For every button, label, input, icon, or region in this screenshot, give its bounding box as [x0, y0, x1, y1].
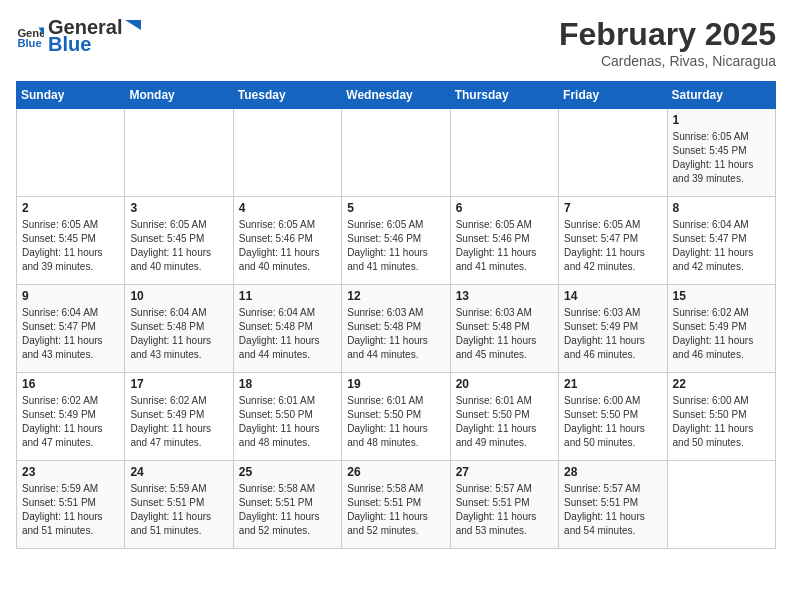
calendar-cell: 16Sunrise: 6:02 AM Sunset: 5:49 PM Dayli… — [17, 373, 125, 461]
day-info: Sunrise: 6:02 AM Sunset: 5:49 PM Dayligh… — [673, 306, 770, 362]
weekday-header-monday: Monday — [125, 82, 233, 109]
day-number: 19 — [347, 377, 444, 391]
day-info: Sunrise: 6:00 AM Sunset: 5:50 PM Dayligh… — [564, 394, 661, 450]
logo: General Blue General Blue — [16, 16, 141, 56]
calendar-week-row: 16Sunrise: 6:02 AM Sunset: 5:49 PM Dayli… — [17, 373, 776, 461]
day-info: Sunrise: 6:02 AM Sunset: 5:49 PM Dayligh… — [22, 394, 119, 450]
day-number: 12 — [347, 289, 444, 303]
calendar-week-row: 2Sunrise: 6:05 AM Sunset: 5:45 PM Daylig… — [17, 197, 776, 285]
logo-arrow-icon — [123, 16, 141, 34]
svg-text:Blue: Blue — [17, 37, 41, 49]
calendar-cell: 12Sunrise: 6:03 AM Sunset: 5:48 PM Dayli… — [342, 285, 450, 373]
calendar-cell — [559, 109, 667, 197]
logo-icon: General Blue — [16, 22, 44, 50]
weekday-header-tuesday: Tuesday — [233, 82, 341, 109]
day-info: Sunrise: 5:58 AM Sunset: 5:51 PM Dayligh… — [347, 482, 444, 538]
calendar-cell: 7Sunrise: 6:05 AM Sunset: 5:47 PM Daylig… — [559, 197, 667, 285]
calendar-cell: 9Sunrise: 6:04 AM Sunset: 5:47 PM Daylig… — [17, 285, 125, 373]
day-info: Sunrise: 6:04 AM Sunset: 5:48 PM Dayligh… — [130, 306, 227, 362]
day-number: 6 — [456, 201, 553, 215]
day-number: 27 — [456, 465, 553, 479]
calendar-cell: 22Sunrise: 6:00 AM Sunset: 5:50 PM Dayli… — [667, 373, 775, 461]
day-info: Sunrise: 6:04 AM Sunset: 5:47 PM Dayligh… — [22, 306, 119, 362]
calendar-cell: 28Sunrise: 5:57 AM Sunset: 5:51 PM Dayli… — [559, 461, 667, 549]
weekday-header-wednesday: Wednesday — [342, 82, 450, 109]
calendar-cell — [233, 109, 341, 197]
calendar-cell: 13Sunrise: 6:03 AM Sunset: 5:48 PM Dayli… — [450, 285, 558, 373]
calendar-cell: 18Sunrise: 6:01 AM Sunset: 5:50 PM Dayli… — [233, 373, 341, 461]
day-number: 10 — [130, 289, 227, 303]
calendar-cell: 27Sunrise: 5:57 AM Sunset: 5:51 PM Dayli… — [450, 461, 558, 549]
day-number: 24 — [130, 465, 227, 479]
day-info: Sunrise: 6:05 AM Sunset: 5:47 PM Dayligh… — [564, 218, 661, 274]
day-number: 28 — [564, 465, 661, 479]
day-number: 22 — [673, 377, 770, 391]
day-number: 17 — [130, 377, 227, 391]
calendar-cell — [667, 461, 775, 549]
day-info: Sunrise: 5:57 AM Sunset: 5:51 PM Dayligh… — [456, 482, 553, 538]
day-info: Sunrise: 6:05 AM Sunset: 5:46 PM Dayligh… — [347, 218, 444, 274]
calendar-cell — [450, 109, 558, 197]
day-info: Sunrise: 6:02 AM Sunset: 5:49 PM Dayligh… — [130, 394, 227, 450]
calendar-cell: 5Sunrise: 6:05 AM Sunset: 5:46 PM Daylig… — [342, 197, 450, 285]
day-number: 9 — [22, 289, 119, 303]
day-number: 1 — [673, 113, 770, 127]
day-number: 26 — [347, 465, 444, 479]
calendar-cell: 20Sunrise: 6:01 AM Sunset: 5:50 PM Dayli… — [450, 373, 558, 461]
day-number: 16 — [22, 377, 119, 391]
day-number: 25 — [239, 465, 336, 479]
day-number: 18 — [239, 377, 336, 391]
day-info: Sunrise: 6:05 AM Sunset: 5:45 PM Dayligh… — [673, 130, 770, 186]
calendar-cell: 2Sunrise: 6:05 AM Sunset: 5:45 PM Daylig… — [17, 197, 125, 285]
calendar-cell: 25Sunrise: 5:58 AM Sunset: 5:51 PM Dayli… — [233, 461, 341, 549]
calendar-cell: 4Sunrise: 6:05 AM Sunset: 5:46 PM Daylig… — [233, 197, 341, 285]
day-number: 5 — [347, 201, 444, 215]
day-number: 13 — [456, 289, 553, 303]
calendar-cell: 1Sunrise: 6:05 AM Sunset: 5:45 PM Daylig… — [667, 109, 775, 197]
day-info: Sunrise: 5:57 AM Sunset: 5:51 PM Dayligh… — [564, 482, 661, 538]
day-number: 7 — [564, 201, 661, 215]
day-info: Sunrise: 6:05 AM Sunset: 5:46 PM Dayligh… — [456, 218, 553, 274]
day-info: Sunrise: 6:01 AM Sunset: 5:50 PM Dayligh… — [456, 394, 553, 450]
day-info: Sunrise: 6:04 AM Sunset: 5:47 PM Dayligh… — [673, 218, 770, 274]
calendar-cell: 8Sunrise: 6:04 AM Sunset: 5:47 PM Daylig… — [667, 197, 775, 285]
day-number: 15 — [673, 289, 770, 303]
day-info: Sunrise: 6:05 AM Sunset: 5:46 PM Dayligh… — [239, 218, 336, 274]
day-number: 4 — [239, 201, 336, 215]
calendar-cell: 6Sunrise: 6:05 AM Sunset: 5:46 PM Daylig… — [450, 197, 558, 285]
calendar-cell: 3Sunrise: 6:05 AM Sunset: 5:45 PM Daylig… — [125, 197, 233, 285]
calendar-cell: 10Sunrise: 6:04 AM Sunset: 5:48 PM Dayli… — [125, 285, 233, 373]
day-info: Sunrise: 6:03 AM Sunset: 5:48 PM Dayligh… — [347, 306, 444, 362]
page-header: General Blue General Blue February 2025 … — [16, 16, 776, 69]
calendar-cell: 24Sunrise: 5:59 AM Sunset: 5:51 PM Dayli… — [125, 461, 233, 549]
day-number: 20 — [456, 377, 553, 391]
day-info: Sunrise: 6:03 AM Sunset: 5:48 PM Dayligh… — [456, 306, 553, 362]
calendar-cell: 19Sunrise: 6:01 AM Sunset: 5:50 PM Dayli… — [342, 373, 450, 461]
calendar-week-row: 23Sunrise: 5:59 AM Sunset: 5:51 PM Dayli… — [17, 461, 776, 549]
calendar-week-row: 1Sunrise: 6:05 AM Sunset: 5:45 PM Daylig… — [17, 109, 776, 197]
weekday-header-sunday: Sunday — [17, 82, 125, 109]
calendar-cell: 23Sunrise: 5:59 AM Sunset: 5:51 PM Dayli… — [17, 461, 125, 549]
title-block: February 2025 Cardenas, Rivas, Nicaragua — [559, 16, 776, 69]
calendar-cell: 11Sunrise: 6:04 AM Sunset: 5:48 PM Dayli… — [233, 285, 341, 373]
calendar-cell: 17Sunrise: 6:02 AM Sunset: 5:49 PM Dayli… — [125, 373, 233, 461]
calendar-cell: 26Sunrise: 5:58 AM Sunset: 5:51 PM Dayli… — [342, 461, 450, 549]
day-number: 23 — [22, 465, 119, 479]
day-info: Sunrise: 6:00 AM Sunset: 5:50 PM Dayligh… — [673, 394, 770, 450]
calendar-cell: 21Sunrise: 6:00 AM Sunset: 5:50 PM Dayli… — [559, 373, 667, 461]
day-info: Sunrise: 6:01 AM Sunset: 5:50 PM Dayligh… — [239, 394, 336, 450]
day-info: Sunrise: 6:05 AM Sunset: 5:45 PM Dayligh… — [22, 218, 119, 274]
day-number: 14 — [564, 289, 661, 303]
calendar-cell: 15Sunrise: 6:02 AM Sunset: 5:49 PM Dayli… — [667, 285, 775, 373]
calendar-cell — [125, 109, 233, 197]
calendar-week-row: 9Sunrise: 6:04 AM Sunset: 5:47 PM Daylig… — [17, 285, 776, 373]
day-number: 3 — [130, 201, 227, 215]
weekday-header-friday: Friday — [559, 82, 667, 109]
svg-marker-3 — [125, 20, 141, 30]
weekday-header-saturday: Saturday — [667, 82, 775, 109]
calendar-cell: 14Sunrise: 6:03 AM Sunset: 5:49 PM Dayli… — [559, 285, 667, 373]
weekday-header-thursday: Thursday — [450, 82, 558, 109]
calendar-cell — [17, 109, 125, 197]
day-info: Sunrise: 5:59 AM Sunset: 5:51 PM Dayligh… — [130, 482, 227, 538]
day-number: 11 — [239, 289, 336, 303]
